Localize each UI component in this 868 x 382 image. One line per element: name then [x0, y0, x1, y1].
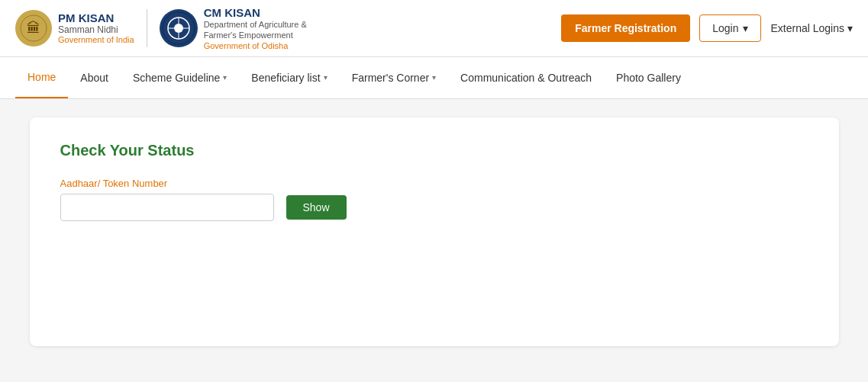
nav-about-label: About [80, 72, 108, 84]
main-content: Check Your Status Aadhaar/ Token Number … [15, 99, 854, 364]
pm-kisan-title: PM KISAN [58, 11, 134, 24]
aadhaar-label: Aadhaar/ Token Number [60, 178, 808, 189]
nav-item-home[interactable]: Home [15, 57, 68, 98]
input-row: Show [60, 194, 808, 221]
cm-gov-text: Government of Odisha [204, 41, 307, 50]
aadhaar-input[interactable] [60, 194, 274, 221]
cm-kisan-text: CM KISAN Department of Agriculture & Far… [204, 6, 307, 50]
pm-kisan-text: PM KISAN Samman Nidhi Government of Indi… [58, 11, 134, 44]
beneficiary-chevron-icon: ▾ [324, 73, 328, 82]
cm-kisan-logo: CM KISAN Department of Agriculture & Far… [160, 6, 307, 50]
logo-divider [147, 9, 147, 47]
pm-kisan-subtitle: Samman Nidhi [58, 24, 134, 35]
cm-kisan-subtitle1: Department of Agriculture & [204, 19, 307, 30]
external-logins-label: External Logins [770, 22, 844, 34]
cm-kisan-title: CM KISAN [204, 6, 307, 19]
nav-beneficiary-label: Beneficiary list [251, 72, 320, 84]
card-title: Check Your Status [60, 142, 808, 159]
external-logins-chevron-icon: ▾ [847, 22, 853, 34]
cm-emblem-icon [160, 9, 198, 47]
nav-item-beneficiary-list[interactable]: Beneficiary list ▾ [239, 57, 339, 98]
aadhaar-label-text: Aadhaar/ Token Number [60, 178, 168, 189]
pm-gov-text: Government of India [58, 35, 134, 44]
svg-text:🏛: 🏛 [27, 20, 40, 36]
pm-emblem-icon: 🏛 [15, 10, 52, 47]
nav-home-label: Home [27, 71, 56, 83]
cm-kisan-subtitle2: Farmer's Empowerment [204, 30, 307, 40]
main-navbar: Home About Scheme Guideline ▾ Beneficiar… [0, 57, 868, 99]
nav-farmers-label: Farmer's Corner [352, 72, 429, 84]
site-header: 🏛 PM KISAN Samman Nidhi Government of In… [0, 0, 868, 57]
nav-item-scheme-guideline[interactable]: Scheme Guideline ▾ [121, 57, 239, 98]
header-logos: 🏛 PM KISAN Samman Nidhi Government of In… [15, 6, 307, 50]
nav-scheme-label: Scheme Guideline [133, 72, 220, 84]
nav-item-communication[interactable]: Communication & Outreach [448, 57, 604, 98]
farmer-registration-button[interactable]: Farmer Registration [561, 14, 690, 42]
check-status-card: Check Your Status Aadhaar/ Token Number … [30, 117, 839, 346]
header-actions: Farmer Registration Login ▾ External Log… [561, 14, 853, 42]
nav-item-farmers-corner[interactable]: Farmer's Corner ▾ [340, 57, 448, 98]
scheme-chevron-icon: ▾ [223, 73, 227, 82]
pm-kisan-logo: 🏛 PM KISAN Samman Nidhi Government of In… [15, 10, 134, 47]
show-button[interactable]: Show [286, 195, 347, 220]
nav-item-about[interactable]: About [68, 57, 121, 98]
external-logins-button[interactable]: External Logins ▾ [770, 22, 853, 34]
nav-gallery-label: Photo Gallery [616, 72, 681, 84]
farmers-chevron-icon: ▾ [432, 73, 436, 82]
nav-item-photo-gallery[interactable]: Photo Gallery [604, 57, 693, 98]
login-chevron-icon: ▾ [743, 22, 748, 34]
nav-communication-label: Communication & Outreach [460, 72, 592, 84]
form-group: Aadhaar/ Token Number Show [60, 178, 808, 221]
login-label: Login [712, 22, 738, 34]
login-button[interactable]: Login ▾ [699, 14, 761, 42]
